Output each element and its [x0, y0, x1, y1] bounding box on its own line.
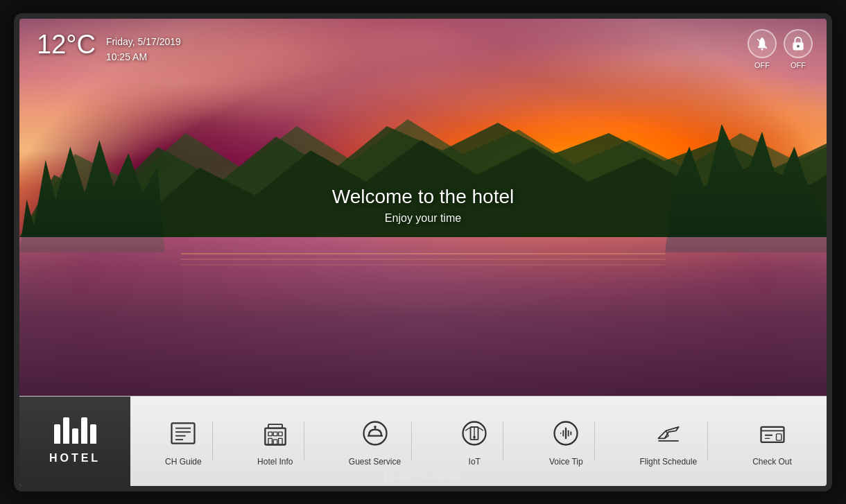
menu-item-voice-tip[interactable]: Voice Tip [537, 408, 594, 473]
top-info: 12°C Friday, 5/17/2019 10:25 AM [37, 31, 181, 65]
iot-icon [456, 415, 492, 451]
voice-tip-icon [548, 415, 584, 451]
svg-point-6 [797, 44, 800, 47]
welcome-title: Welcome to the hotel [332, 186, 515, 208]
hotel-text: HOTEL [49, 452, 101, 464]
menu-items: CH Guide Hote [130, 408, 827, 473]
welcome-text: Welcome to the hotel Enjoy your time [332, 186, 515, 225]
menu-item-iot[interactable]: IoT [446, 408, 503, 473]
menu-item-ch-guide[interactable]: CH Guide [155, 408, 212, 473]
lock-button[interactable]: OFF [784, 29, 813, 69]
svg-point-23 [374, 426, 377, 428]
lg-logo: LG [384, 473, 394, 483]
menu-item-flight-schedule[interactable]: Flight Schedule [629, 408, 707, 473]
menu-item-hotel-info[interactable]: Hotel Info [247, 408, 304, 473]
bar-4 [81, 417, 87, 444]
lg-tagline: webOS for Signage [396, 474, 462, 481]
lock-label: OFF [791, 61, 806, 69]
svg-rect-15 [273, 432, 277, 436]
dnd-button[interactable]: OFF [748, 29, 777, 69]
guest-service-icon [357, 415, 393, 451]
voice-tip-label: Voice Tip [549, 457, 583, 467]
dnd-icon [748, 29, 777, 58]
svg-rect-17 [268, 438, 273, 444]
bar-1 [54, 424, 60, 444]
bar-5 [90, 424, 96, 444]
bar-2 [63, 417, 69, 444]
top-controls: OFF OFF [748, 29, 813, 69]
temperature: 12°C [37, 31, 96, 58]
dnd-label: OFF [754, 61, 770, 69]
hotel-logo: HOTEL [19, 397, 130, 486]
date: Friday, 5/17/2019 [106, 34, 181, 49]
lock-icon [784, 29, 813, 58]
main-display: 12°C Friday, 5/17/2019 10:25 AM OFF [19, 19, 827, 396]
svg-point-3 [761, 48, 763, 50]
lake-shimmer [181, 253, 665, 254]
hotel-info-icon [257, 415, 293, 451]
svg-rect-14 [268, 432, 273, 436]
flight-schedule-label: Flight Schedule [639, 457, 697, 467]
svg-rect-7 [172, 423, 195, 443]
tv-frame: 12°C Friday, 5/17/2019 10:25 AM OFF [14, 13, 832, 492]
svg-point-27 [473, 436, 476, 439]
check-out-label: Check Out [752, 457, 792, 467]
bar-3 [72, 428, 78, 444]
svg-rect-13 [268, 424, 282, 428]
iot-label: IoT [469, 457, 481, 467]
svg-rect-16 [278, 432, 282, 436]
lg-branding: LG webOS for Signage [384, 473, 462, 483]
ch-guide-icon [165, 415, 201, 451]
time: 10:25 AM [106, 49, 181, 64]
hotel-bars [54, 417, 96, 444]
welcome-subtitle: Enjoy your time [332, 212, 515, 225]
check-out-icon [754, 415, 791, 451]
guest-service-label: Guest Service [349, 457, 401, 467]
datetime: Friday, 5/17/2019 10:25 AM [106, 34, 181, 65]
hotel-info-label: Hotel Info [257, 457, 293, 467]
menu-item-check-out[interactable]: Check Out [742, 408, 802, 473]
svg-rect-39 [776, 434, 781, 440]
svg-rect-18 [278, 438, 282, 444]
ch-guide-label: CH Guide [165, 457, 202, 467]
lake [19, 237, 827, 395]
svg-point-20 [363, 422, 386, 445]
menu-item-guest-service[interactable]: Guest Service [338, 408, 411, 473]
flight-schedule-icon [650, 415, 687, 451]
